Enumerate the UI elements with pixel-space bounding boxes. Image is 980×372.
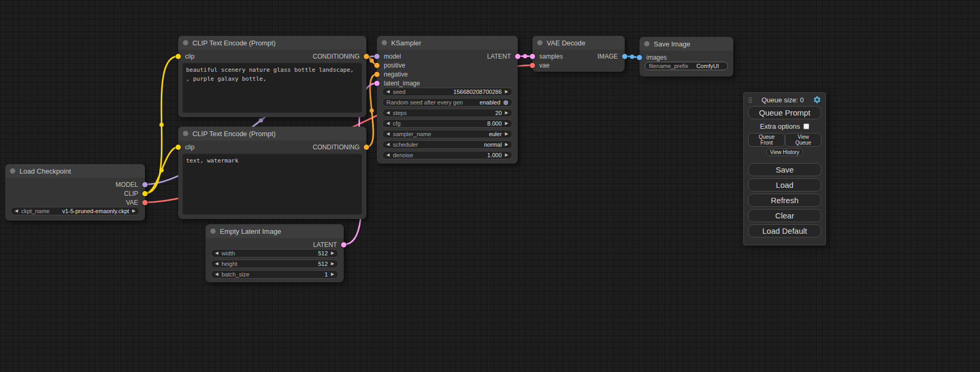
node-title-bar[interactable]: CLIP Text Encode (Prompt) — [178, 127, 366, 140]
collapse-dot[interactable] — [644, 41, 649, 46]
widget-label: seed — [393, 89, 405, 95]
output-socket-CLIP[interactable] — [142, 191, 148, 196]
collapse-dot[interactable] — [537, 40, 542, 45]
prompt-textarea[interactable] — [182, 63, 362, 113]
collapse-dot[interactable] — [10, 168, 15, 174]
decrement-arrow-icon[interactable]: ◀ — [386, 121, 390, 126]
node-clip-negative[interactable]: CLIP Text Encode (Prompt)clipCONDITIONIN… — [178, 127, 366, 219]
decrement-arrow-icon[interactable]: ◀ — [386, 90, 390, 94]
node-vae-decode[interactable]: VAE DecodesamplesvaeIMAGE — [532, 36, 625, 72]
toggle-indicator-icon[interactable] — [503, 100, 508, 105]
output-socket-CONDITIONING[interactable] — [364, 145, 369, 150]
output-label-LATENT: LATENT — [487, 52, 511, 61]
decrement-arrow-icon[interactable]: ◀ — [15, 209, 18, 213]
queue-controls-row: Queue Front View Queue — [748, 133, 821, 147]
output-label-LATENT: LATENT — [313, 241, 337, 249]
node-save-image[interactable]: Save Imageimagesfilename_prefixComfyUI — [639, 37, 733, 77]
input-socket-positive[interactable] — [374, 63, 380, 68]
collapse-dot[interactable] — [183, 131, 188, 136]
output-socket-LATENT[interactable] — [341, 242, 346, 247]
node-clip-positive[interactable]: CLIP Text Encode (Prompt)clipCONDITIONIN… — [178, 36, 366, 117]
input-socket-clip[interactable] — [176, 145, 181, 150]
widget-value: 1 — [253, 271, 328, 278]
widget-value: 8.000 — [404, 120, 502, 127]
widget-sampler_name[interactable]: ◀sampler_nameeuler▶ — [382, 130, 512, 138]
node-title-bar[interactable]: Load Checkpoint — [5, 164, 145, 178]
drag-handle-icon[interactable]: ⣿ — [748, 97, 752, 103]
widget-filename_prefix[interactable]: filename_prefixComfyUI — [645, 62, 728, 70]
view-queue-button[interactable]: View Queue — [785, 133, 821, 147]
input-socket-model[interactable] — [374, 54, 380, 59]
decrement-arrow-icon[interactable]: ◀ — [386, 132, 390, 136]
node-title-bar[interactable]: Save Image — [639, 37, 733, 51]
decrement-arrow-icon[interactable]: ◀ — [215, 262, 218, 266]
input-socket-images[interactable] — [637, 55, 642, 60]
queue-front-button[interactable]: Queue Front — [748, 133, 785, 147]
decrement-arrow-icon[interactable]: ◀ — [386, 153, 390, 157]
node-title: KSampler — [391, 39, 421, 47]
input-socket-latent_image[interactable] — [374, 81, 380, 86]
queue-prompt-button[interactable]: Queue Prompt — [748, 106, 821, 119]
node-load-checkpoint[interactable]: Load CheckpointMODELCLIPVAE◀ckpt_namev1-… — [5, 164, 145, 221]
decrement-arrow-icon[interactable]: ◀ — [215, 251, 218, 255]
input-label-samples: samples — [539, 52, 563, 61]
widget-seed[interactable]: ◀seed156680208700286▶ — [382, 88, 512, 96]
widget-height[interactable]: ◀height512▶ — [211, 260, 338, 268]
node-graph-canvas[interactable]: Load CheckpointMODELCLIPVAE◀ckpt_namev1-… — [0, 0, 980, 372]
link-midpoint-dot — [370, 109, 374, 113]
collapse-dot[interactable] — [382, 40, 387, 45]
increment-arrow-icon[interactable]: ▶ — [331, 251, 334, 255]
output-socket-CONDITIONING[interactable] — [364, 54, 369, 59]
output-socket-MODEL[interactable] — [142, 182, 148, 187]
input-socket-samples[interactable] — [530, 54, 535, 59]
prompt-textarea[interactable] — [182, 154, 362, 215]
increment-arrow-icon[interactable]: ▶ — [331, 262, 334, 266]
increment-arrow-icon[interactable]: ▶ — [132, 209, 135, 213]
input-socket-clip[interactable] — [176, 54, 181, 59]
decrement-arrow-icon[interactable]: ◀ — [386, 111, 390, 115]
widget-scheduler[interactable]: ◀schedulernormal▶ — [382, 140, 512, 149]
node-ksampler[interactable]: KSamplermodelpositivenegativelatent_imag… — [377, 36, 518, 164]
node-title: Empty Latent Image — [220, 227, 281, 235]
node-title-bar[interactable]: CLIP Text Encode (Prompt) — [178, 36, 366, 50]
widget-width[interactable]: ◀width512▶ — [211, 249, 338, 257]
refresh-button[interactable]: Refresh — [748, 194, 821, 207]
settings-gear-icon[interactable] — [813, 96, 821, 104]
node-title: VAE Decode — [547, 39, 585, 47]
increment-arrow-icon[interactable]: ▶ — [331, 272, 334, 276]
output-socket-LATENT[interactable] — [515, 54, 520, 59]
clear-button[interactable]: Clear — [748, 209, 821, 222]
link-midpoint-dot — [160, 168, 164, 173]
node-title-bar[interactable]: VAE Decode — [532, 36, 625, 50]
extra-options-checkbox[interactable] — [803, 123, 809, 129]
widget-steps[interactable]: ◀steps20▶ — [382, 109, 512, 117]
node-title-bar[interactable]: KSampler — [377, 36, 518, 50]
increment-arrow-icon[interactable]: ▶ — [505, 90, 508, 94]
widget-label: steps — [393, 110, 406, 116]
increment-arrow-icon[interactable]: ▶ — [505, 153, 508, 157]
widget-batch_size[interactable]: ◀batch_size1▶ — [211, 270, 338, 279]
widget-cfg[interactable]: ◀cfg8.000▶ — [382, 119, 512, 128]
output-socket-IMAGE[interactable] — [622, 54, 627, 59]
increment-arrow-icon[interactable]: ▶ — [505, 142, 508, 147]
input-socket-negative[interactable] — [374, 72, 380, 77]
collapse-dot[interactable] — [210, 228, 216, 234]
decrement-arrow-icon[interactable]: ◀ — [215, 272, 218, 276]
load-default-button[interactable]: Load Default — [748, 224, 821, 237]
node-title-bar[interactable]: Empty Latent Image — [206, 224, 344, 238]
increment-arrow-icon[interactable]: ▶ — [505, 132, 508, 136]
widget-value: enabled — [480, 99, 500, 106]
increment-arrow-icon[interactable]: ▶ — [505, 111, 508, 115]
collapse-dot[interactable] — [183, 40, 188, 45]
save-button[interactable]: Save — [748, 163, 821, 176]
node-empty-latent[interactable]: Empty Latent ImageLATENT◀width512▶◀heigh… — [206, 224, 344, 282]
view-history-button[interactable]: View History — [766, 148, 803, 156]
input-socket-vae[interactable] — [530, 63, 535, 68]
increment-arrow-icon[interactable]: ▶ — [505, 121, 508, 126]
widget-ckpt_name[interactable]: ◀ckpt_namev1-5-pruned-emaonly.ckpt▶ — [11, 207, 140, 215]
decrement-arrow-icon[interactable]: ◀ — [386, 142, 390, 147]
widget-random-seed-after-every-gen[interactable]: Random seed after every genenabled — [382, 98, 512, 107]
widget-denoise[interactable]: ◀denoise1.000▶ — [382, 151, 512, 159]
output-socket-VAE[interactable] — [142, 200, 148, 205]
load-button[interactable]: Load — [748, 178, 821, 192]
